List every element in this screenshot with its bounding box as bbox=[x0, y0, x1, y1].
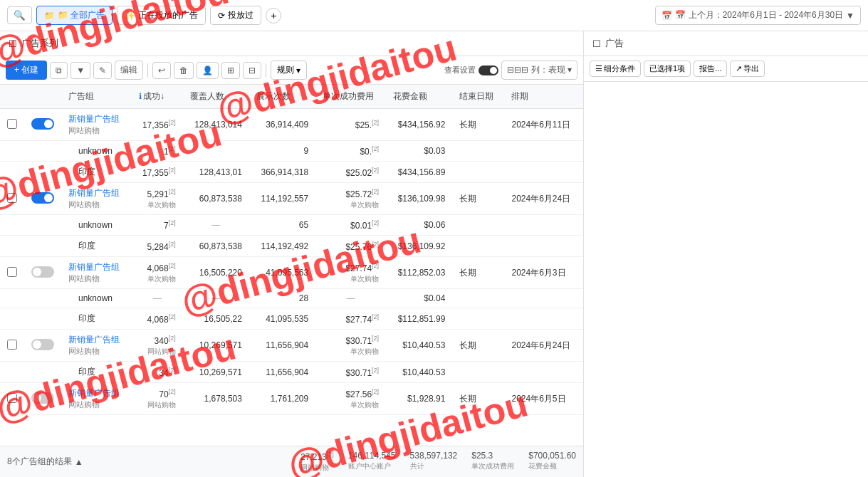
sub-name-cell: 印度 bbox=[61, 362, 132, 383]
spark-icon: ✨ bbox=[125, 11, 135, 21]
search-button[interactable]: 🔍 bbox=[7, 6, 32, 24]
table-row: unknown — — 28 — $0.04 bbox=[0, 289, 583, 308]
row-checkbox[interactable] bbox=[7, 393, 17, 403]
left-toolbar: + 创建 ⧉ ▼ ✎ 编辑 ↩ 🗑 👤 ⊞ ⊟ 规则 ▾ 查看设置 ⊟⊟⊟ 列： bbox=[0, 56, 583, 85]
shield-button[interactable]: ⊟ bbox=[243, 62, 261, 79]
refresh-icon: ⟳ bbox=[218, 11, 225, 21]
columns-button[interactable]: ⊟⊟⊟ 列：表现 ▾ bbox=[501, 61, 577, 80]
sub-name-cell: 印度 bbox=[61, 236, 132, 257]
row-checkbox[interactable] bbox=[7, 119, 17, 129]
table-footer: 8个广告组的结果 ▲ 27,213[2]网站购物 146,114,545账户中心… bbox=[0, 446, 583, 477]
view-toggle-switch[interactable] bbox=[479, 65, 498, 75]
sub-name-cell: unknown bbox=[61, 215, 132, 236]
campaign-table: 广告组 ℹ成功↓ 覆盖人数 展示次数 单次成功费用 花费金额 结束日期 排期 bbox=[0, 85, 583, 415]
enddate-cell: 长期 bbox=[452, 109, 504, 141]
campaign-name-cell[interactable]: 新销量广告组 网站购物 bbox=[61, 183, 132, 215]
table-row: 新销量广告组 网站购物 4,068[2]单次购物 16,505,220 41,0… bbox=[0, 257, 583, 289]
campaign-toggle[interactable] bbox=[31, 339, 54, 350]
total-values: 27,213[2]网站购物 146,114,545账户中心账户 538,597,… bbox=[300, 451, 576, 473]
checkbox-icon: ☐ bbox=[9, 38, 17, 49]
table-row: 印度 34[2] 10,269,571 11,656,904 $30.71[2]… bbox=[0, 362, 583, 383]
filter-button[interactable]: ☰ 细分条件 bbox=[590, 61, 641, 77]
campaign-toggle[interactable] bbox=[31, 392, 54, 404]
cpa-cell: $25.[2] bbox=[315, 109, 386, 141]
checkbox-icon: ☐ bbox=[592, 38, 601, 49]
create-button[interactable]: + 创建 bbox=[6, 61, 47, 80]
col-toggle bbox=[24, 85, 61, 109]
grid-button[interactable]: ⊞ bbox=[221, 62, 240, 79]
campaign-name-cell[interactable]: 新销量广告组 网站购物 bbox=[61, 257, 132, 289]
row-checkbox[interactable] bbox=[7, 193, 17, 203]
top-nav: 🔍 📁 📁 全部广告 ✨ 正在投放的广告 ⟳ 投放过 + 📅 📅 上个月：202… bbox=[0, 0, 868, 31]
reach-cell: 128,413,014 bbox=[183, 109, 249, 141]
campaign-toggle[interactable] bbox=[31, 192, 54, 204]
campaign-toggle[interactable] bbox=[31, 266, 54, 278]
campaign-name-cell[interactable]: 新销量广告组 网站购物 bbox=[61, 109, 132, 141]
view-toggle: 查看设置 bbox=[444, 65, 498, 75]
right-toolbar: ☰ 细分条件 已选择1项 报告... ↗ 导出 bbox=[584, 56, 868, 82]
table-row: 新销量广告组 网站购物 70[2]网站购物 1,678,503 1,761,20… bbox=[0, 383, 583, 415]
report-button[interactable]: 报告... bbox=[694, 61, 727, 77]
edit-label-button[interactable]: 编辑 bbox=[115, 61, 143, 80]
col-cpa: 单次成功费用 bbox=[315, 85, 386, 109]
total-label: 8个广告组的结果 bbox=[7, 456, 72, 468]
col-spend: 花费金额 bbox=[386, 85, 452, 109]
chevron-down-icon: ▾ bbox=[296, 65, 300, 75]
campaign-toggle[interactable] bbox=[31, 118, 54, 130]
col-impressions: 展示次数 bbox=[249, 85, 315, 109]
rules-button[interactable]: 规则 ▾ bbox=[271, 61, 307, 80]
table-row: 印度 17,355[2] 128,413,01 366,914,318 $25.… bbox=[0, 162, 583, 183]
chevron-down-icon: ▼ bbox=[846, 11, 854, 21]
copy-button[interactable]: ⧉ bbox=[50, 62, 68, 79]
row-checkbox[interactable] bbox=[7, 267, 17, 277]
view-settings-label: 查看设置 bbox=[444, 65, 476, 75]
campaign-name-cell[interactable]: 新销量广告组 网站购物 bbox=[61, 330, 132, 362]
share-button[interactable]: 👤 bbox=[197, 62, 219, 79]
left-panel: ☐ 广告系列 + 创建 ⧉ ▼ ✎ 编辑 ↩ 🗑 👤 ⊞ ⊟ 规则 ▾ bbox=[0, 31, 584, 477]
sub-name-cell: unknown bbox=[61, 141, 132, 162]
expand-icon: ▲ bbox=[75, 457, 83, 467]
right-panel-title: 广告 bbox=[605, 37, 624, 50]
table-row: unknown 7[2] — 65 $0.01[2] $0.06 bbox=[0, 215, 583, 236]
conversions-cell: 17,356[2] bbox=[132, 109, 183, 141]
tab-all-ads[interactable]: 📁 📁 全部广告 bbox=[36, 6, 113, 25]
export-icon: ↗ bbox=[736, 64, 742, 73]
spend-cell: $434,156.92 bbox=[386, 109, 452, 141]
row-checkbox[interactable] bbox=[7, 340, 17, 350]
right-panel: ☐ 广告 ☰ 细分条件 已选择1项 报告... ↗ 导出 bbox=[584, 31, 868, 477]
col-adgroup: 广告组 bbox=[61, 85, 132, 109]
impressions-cell: 36,914,409 bbox=[249, 109, 315, 141]
table-row: unknown 1[2] 9 $0.[2] $0.03 bbox=[0, 141, 583, 162]
sub-name-cell: 印度 bbox=[61, 162, 132, 183]
col-checkbox bbox=[0, 85, 24, 109]
tab-running-ads[interactable]: ✨ 正在投放的广告 bbox=[117, 6, 206, 25]
campaign-table-container: 广告组 ℹ成功↓ 覆盖人数 展示次数 单次成功费用 花费金额 结束日期 排期 bbox=[0, 85, 583, 446]
sub-name-cell: unknown bbox=[61, 289, 132, 308]
info-icon: ℹ bbox=[139, 92, 142, 100]
left-panel-header: ☐ 广告系列 bbox=[0, 31, 583, 56]
table-row: 新销量广告组 网站购物 5,291[2]单次购物 60,873,538 114,… bbox=[0, 183, 583, 215]
edit-button[interactable]: ✎ bbox=[93, 62, 112, 79]
undo-button[interactable]: ↩ bbox=[152, 62, 171, 79]
col-reach: 覆盖人数 bbox=[183, 85, 249, 109]
table-row: 新销量广告组 网站购物 17,356[2] 128,413,014 36,914… bbox=[0, 109, 583, 141]
copy-dropdown-button[interactable]: ▼ bbox=[70, 62, 90, 79]
campaign-name-cell[interactable]: 新销量广告组 网站购物 bbox=[61, 383, 132, 415]
export-button[interactable]: ↗ 导出 bbox=[730, 61, 765, 77]
calendar-icon: 📅 bbox=[662, 11, 672, 21]
col-schedule: 排期 bbox=[504, 85, 583, 109]
delete-button[interactable]: 🗑 bbox=[174, 62, 194, 79]
separator-2 bbox=[266, 63, 266, 78]
right-panel-header: ☐ 广告 bbox=[584, 31, 868, 56]
schedule-cell: 2024年6月11日 bbox=[504, 109, 583, 141]
table-row: 印度 4,068[2] 16,505,22 41,095,535 $27.74[… bbox=[0, 308, 583, 330]
tab-past-ads[interactable]: ⟳ 投放过 bbox=[210, 6, 261, 25]
add-tab-button[interactable]: + bbox=[266, 8, 281, 23]
selected-button[interactable]: 已选择1项 bbox=[644, 61, 691, 77]
col-conversions[interactable]: ℹ成功↓ bbox=[132, 85, 183, 109]
date-range-selector[interactable]: 📅 📅 上个月：2024年6月1日 - 2024年6月30日 ▼ bbox=[655, 6, 861, 25]
sub-name-cell: 印度 bbox=[61, 308, 132, 330]
table-row: 新销量广告组 网站购物 340[2]网站购物 10,269,571 11,656… bbox=[0, 330, 583, 362]
col-enddate: 结束日期 bbox=[452, 85, 504, 109]
folder-icon: 📁 bbox=[44, 11, 55, 21]
